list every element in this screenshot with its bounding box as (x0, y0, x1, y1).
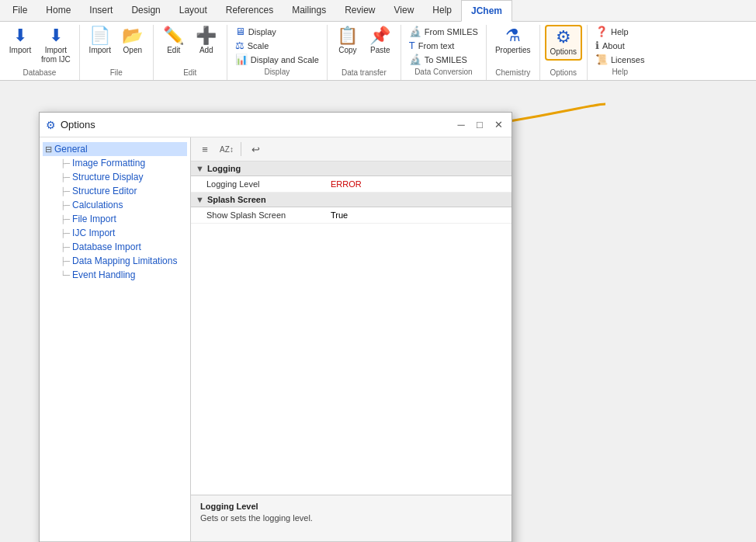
copy-button[interactable]: 📋 Copy (332, 25, 363, 57)
dialog-minimize-button[interactable]: ─ (454, 118, 468, 132)
tab-references[interactable]: References (217, 0, 283, 21)
ribbon: File Home Insert Design Layout Reference… (0, 0, 756, 81)
open-icon: 📂 (122, 27, 143, 44)
paste-button[interactable]: 📌 Paste (365, 25, 396, 57)
ribbon-group-file: 📄 Import 📂 Open File (80, 25, 154, 80)
from-smiles-button[interactable]: 🔬 From SMILES (406, 25, 481, 38)
ribbon-group-chemistry: ⚗ Properties Chemistry (487, 25, 540, 80)
licenses-icon: 📜 (595, 54, 608, 65)
tree-item-data-mapping[interactable]: Data Mapping Limitations (58, 254, 187, 268)
to-smiles-button[interactable]: 🔬 To SMILES (406, 53, 481, 66)
tab-layout[interactable]: Layout (170, 0, 217, 21)
chemistry-group-label: Chemistry (495, 68, 530, 77)
dialog-title-icon: ⚙ (46, 119, 56, 131)
tree-root-label: General (54, 144, 88, 155)
ribbon-group-help: ❓ Help ℹ About 📜 Licenses Help (588, 25, 652, 80)
edit-button[interactable]: ✏️ Edit (158, 25, 189, 57)
prop-value-logging-level[interactable]: ERROR (331, 179, 362, 189)
ribbon-group-options: ⚙ Options Options (540, 25, 588, 80)
scale-button[interactable]: ⚖ Scale (232, 39, 322, 52)
tree-item-file-import[interactable]: File Import (58, 212, 187, 226)
licenses-button[interactable]: 📜 Licenses (592, 53, 647, 66)
section-logging[interactable]: ▼ Logging (191, 162, 512, 176)
tree-item-ijc-import[interactable]: IJC Import (58, 226, 187, 240)
help-button[interactable]: ❓ Help (592, 25, 647, 38)
display-button[interactable]: 🖥 Display (232, 25, 322, 38)
from-text-icon: T (409, 40, 415, 51)
tree-item-calculations[interactable]: Calculations (58, 198, 187, 212)
paste-icon: 📌 (369, 27, 390, 44)
tree-item-structure-display[interactable]: Structure Display (58, 170, 187, 184)
dialog-maximize-button[interactable]: □ (473, 118, 487, 132)
file-group-label: File (110, 68, 123, 77)
display-icon: 🖥 (235, 26, 245, 37)
logging-section-label: Logging (207, 164, 241, 173)
open-button[interactable]: 📂 Open (117, 25, 148, 57)
properties-panel: ▼ Logging Logging Level ERROR ▼ Splash S… (191, 162, 512, 495)
options-button[interactable]: ⚙ Options (545, 25, 582, 61)
import-button[interactable]: ⬇ Import (5, 25, 36, 57)
dataconversion-group-label: Data Conversion (414, 68, 472, 76)
tab-view[interactable]: View (385, 0, 424, 21)
az-sort-button[interactable]: AZ↕ (217, 141, 236, 158)
prop-name-show-splash: Show Splash Screen (206, 210, 331, 220)
display-and-scale-button[interactable]: 📊 Display and Scale (232, 53, 322, 66)
tree-item-image-formatting[interactable]: Image Formatting (58, 156, 187, 170)
tree-item-event-handling[interactable]: Event Handling (58, 268, 187, 282)
tree-item-database-import[interactable]: Database Import (58, 240, 187, 254)
properties-button[interactable]: ⚗ Properties (491, 25, 535, 57)
tab-jchem[interactable]: JChem (461, 0, 512, 22)
dialog-title-text: Options (61, 119, 95, 130)
splash-section-label: Splash Screen (207, 195, 266, 204)
prop-name-logging-level: Logging Level (206, 179, 331, 189)
about-button[interactable]: ℹ About (592, 39, 647, 52)
tab-design[interactable]: Design (122, 0, 169, 21)
ribbon-group-database: ⬇ Import ⬇ Importfrom IJC Database (0, 25, 80, 80)
reset-button[interactable]: ↩ (246, 141, 265, 158)
description-title: Logging Level (200, 502, 502, 511)
import-ijc-icon: ⬇ (49, 27, 63, 44)
import-from-ijc-button[interactable]: ⬇ Importfrom IJC (37, 25, 75, 67)
tab-help[interactable]: Help (423, 0, 461, 21)
logging-expander: ▼ (196, 164, 204, 173)
tab-insert[interactable]: Insert (80, 0, 122, 21)
main-area: ⚙ Options ─ □ ✕ ⊟ General Image Formatti… (0, 81, 756, 522)
sort-icon-button[interactable]: ≡ (196, 141, 214, 158)
dialog-body: ⊟ General Image Formatting Structure Dis… (40, 137, 512, 541)
toolbar-separator (241, 142, 241, 156)
about-icon: ℹ (595, 40, 599, 51)
properties-icon: ⚗ (505, 27, 521, 44)
description-panel: Logging Level Gets or sets the logging l… (191, 495, 512, 541)
tree-root-general[interactable]: ⊟ General (43, 142, 187, 156)
copy-icon: 📋 (337, 27, 358, 44)
file-import-button[interactable]: 📄 Import (85, 25, 116, 57)
edit-icon: ✏️ (163, 27, 184, 44)
add-button[interactable]: ➕ Add (191, 25, 222, 57)
options-dialog: ⚙ Options ─ □ ✕ ⊟ General Image Formatti… (39, 112, 512, 542)
database-group-label: Database (23, 68, 56, 77)
from-text-button[interactable]: T From text (406, 39, 481, 52)
ribbon-body: ⬇ Import ⬇ Importfrom IJC Database 📄 Imp… (0, 22, 756, 80)
ribbon-group-edit: ✏️ Edit ➕ Add Edit (154, 25, 227, 80)
tree-item-structure-editor[interactable]: Structure Editor (58, 184, 187, 198)
help-group-label: Help (612, 68, 628, 76)
tab-review[interactable]: Review (335, 0, 384, 21)
file-import-icon: 📄 (89, 27, 110, 44)
from-smiles-icon: 🔬 (409, 26, 421, 37)
options-tree: ⊟ General Image Formatting Structure Dis… (40, 137, 191, 541)
tab-file[interactable]: File (3, 0, 36, 21)
description-text: Gets or sets the logging level. (200, 513, 502, 523)
dialog-close-button[interactable]: ✕ (491, 118, 505, 132)
tree-expander: ⊟ (45, 144, 52, 155)
ribbon-tab-bar: File Home Insert Design Layout Reference… (0, 0, 756, 22)
help-icon: ❓ (595, 26, 608, 37)
tab-mailings[interactable]: Mailings (283, 0, 335, 21)
add-icon: ➕ (196, 27, 217, 44)
tab-home[interactable]: Home (36, 0, 80, 21)
section-splash[interactable]: ▼ Splash Screen (191, 193, 512, 207)
ribbon-group-dataconversion: 🔬 From SMILES T From text 🔬 To SMILES Da… (401, 25, 487, 80)
import-icon: ⬇ (13, 27, 27, 44)
options-group-label: Options (550, 68, 577, 77)
dialog-content: ≡ AZ↕ ↩ ▼ Logging Logging Level ERROR (191, 137, 512, 541)
prop-value-show-splash[interactable]: True (331, 210, 348, 220)
